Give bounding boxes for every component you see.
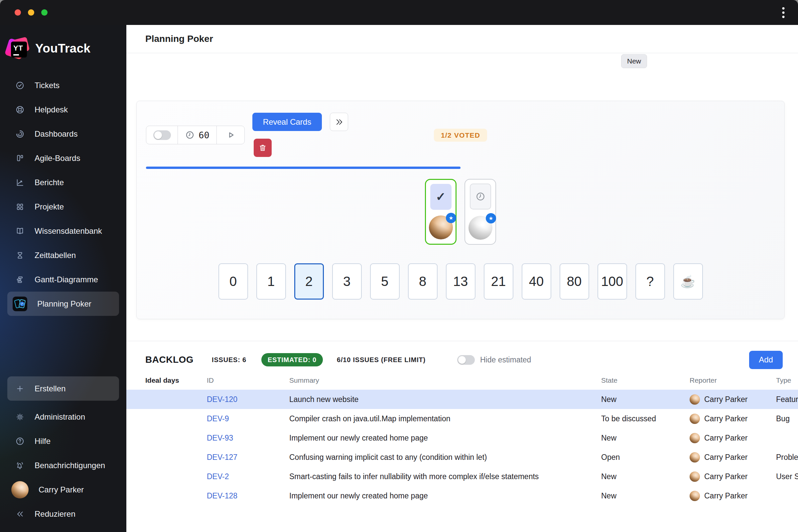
backlog-table: DEV-120Launch new websiteNewCarry Parker… [126,390,798,506]
sidebar-item-zeittabellen[interactable]: Zeittabellen [7,243,119,267]
timer-start-button[interactable] [217,126,244,144]
sidebar-item-planning-poker[interactable]: ✓Planning Poker [7,291,119,316]
kebab-menu-icon[interactable] [776,5,791,20]
poker-card-21[interactable]: 21 [484,263,513,300]
reporter-name: Carry Parker [704,434,747,442]
minimize-button[interactable] [28,9,34,16]
sidebar-item-agile-boards[interactable]: Agile-Boards [7,146,119,170]
issue-id-link[interactable]: DEV-127 [207,453,289,462]
vote-progress-bar [146,167,460,169]
zoom-button[interactable] [41,9,48,16]
column-header-summary: Summary [289,376,601,384]
sidebar-item-wissensdatenbank[interactable]: Wissensdatenbank [7,219,119,243]
sidebar-collapse-button[interactable]: Reduzieren [7,502,119,526]
board-icon [15,154,25,163]
backlog-section: BACKLOG ISSUES: 6 ESTIMATED: 0 6/10 ISSU… [126,341,798,532]
skip-button[interactable] [330,113,348,131]
issue-id-link[interactable]: DEV-120 [207,395,289,404]
bell-icon [15,461,25,470]
hide-estimated-label: Hide estimated [480,356,531,364]
poker-card-40[interactable]: 40 [522,263,551,300]
collapse-label: Reduzieren [35,509,75,519]
issue-id-link[interactable]: DEV-2 [207,472,289,481]
youtrack-logo: YT YouTrack [7,33,126,64]
column-header-id: ID [207,376,289,384]
sidebar-item-label: Zeittabellen [35,251,76,260]
poker-card-1[interactable]: 1 [256,263,286,300]
sidebar-item-helpdesk[interactable]: Helpdesk [7,97,119,122]
help-icon [15,437,25,446]
free-limit-label: 6/10 ISSUES (FREE LIMIT) [337,356,425,364]
add-issue-button[interactable]: Add [749,351,783,369]
table-row[interactable]: DEV-128Implement our newly created home … [126,486,798,506]
reporter-cell: Carry Parker [690,414,776,424]
poker-card-coffee[interactable]: ☕ [673,263,703,300]
reveal-cards-button[interactable]: Reveal Cards [252,113,322,131]
sidebar-item-projekte[interactable]: Projekte [7,194,119,219]
hide-estimated-toggle[interactable] [457,355,475,365]
sidebar-item-label: Wissensdatenbank [35,226,102,236]
poker-card-5[interactable]: 5 [370,263,400,300]
poker-card-?[interactable]: ? [635,263,665,300]
poker-card-3[interactable]: 3 [332,263,362,300]
state-cell: New [601,434,690,442]
sidebar-footer: ErstellenAdministrationHilfeBenachrichti… [0,376,126,532]
reporter-cell: Carry Parker [690,472,776,482]
poker-card-100[interactable]: 100 [597,263,627,300]
close-button[interactable] [15,9,21,16]
sidebar-item-label: Tickets [35,81,59,90]
column-header-ideal-days: Ideal days [145,376,207,384]
poker-card-2[interactable]: 2 [294,263,324,300]
player-card-waiting[interactable]: ★ [464,179,496,245]
poker-card-0[interactable]: 0 [218,263,248,300]
delete-button[interactable] [254,139,272,157]
type-cell: User Story [776,472,798,481]
reporter-cell: Carry Parker [690,452,776,462]
summary-cell: Launch new website [289,395,601,404]
state-cell: To be discussed [601,414,690,423]
sidebar-item-label: Hilfe [35,437,51,446]
sidebar-item-benachrichtigungen[interactable]: Benachrichtigungen [7,453,119,477]
sidebar-item-dashboards[interactable]: Dashboards [7,122,119,146]
issue-id-link[interactable]: DEV-9 [207,414,289,423]
column-header-reporter: Reporter [690,376,776,384]
timer-group: 60 [146,126,245,144]
gear-icon [15,412,25,422]
backlog-title: BACKLOG [145,355,193,365]
clock-icon [475,191,486,202]
summary-cell: Smart-casting fails to infer nullability… [289,472,601,481]
column-header-type: Type [776,376,798,384]
check-icon: ✓ [436,190,445,204]
sidebar-item-administration[interactable]: Administration [7,405,119,429]
table-row[interactable]: DEV-9Compiler crash on java.util.Map imp… [126,409,798,428]
timer-toggle[interactable] [153,130,171,140]
sidebar-item-tickets[interactable]: Tickets [7,73,119,97]
gauge-icon [15,129,25,139]
sidebar-item-berichte[interactable]: Berichte [7,170,119,194]
user-name: Carry Parker [39,485,84,494]
table-row[interactable]: DEV-2Smart-casting fails to infer nullab… [126,467,798,486]
table-row[interactable]: DEV-127Confusing warning implicit cast t… [126,448,798,467]
timer-value: 60 [198,130,209,140]
sidebar-item-label: Projekte [35,202,64,211]
backlog-header: BACKLOG ISSUES: 6 ESTIMATED: 0 6/10 ISSU… [145,350,783,369]
estimated-badge: ESTIMATED: 0 [261,353,323,366]
issue-id-link[interactable]: DEV-93 [207,434,289,442]
timer-value-cell[interactable]: 60 [177,126,217,144]
sidebar-item-hilfe[interactable]: Hilfe [7,429,119,453]
reporter-cell: Carry Parker [690,394,776,405]
sidebar-user[interactable]: Carry Parker [7,477,119,502]
sidebar-item-gantt-diagramme[interactable]: Gantt-Diagramme [7,267,119,291]
avatar [690,472,700,482]
issue-id-link[interactable]: DEV-128 [207,491,289,500]
sidebar-item-erstellen[interactable]: Erstellen [7,376,119,401]
table-row[interactable]: DEV-93Implement our newly created home p… [126,428,798,448]
avatar [690,433,700,443]
poker-card-80[interactable]: 80 [559,263,589,300]
avatar [690,414,700,424]
table-row[interactable]: DEV-120Launch new websiteNewCarry Parker… [126,390,798,409]
poker-card-8[interactable]: 8 [408,263,438,300]
player-card-voted[interactable]: ✓ ★ [425,179,457,245]
chevrons-right-icon [335,118,343,126]
poker-card-13[interactable]: 13 [446,263,475,300]
